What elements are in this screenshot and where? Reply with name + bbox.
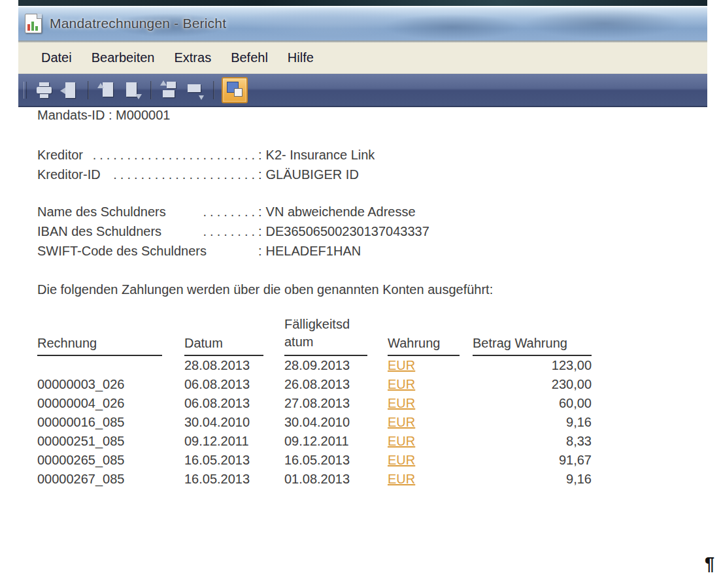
cell-faelligkeitsdatum: 27.08.2013	[284, 394, 388, 413]
menu-bearbeiten[interactable]: Bearbeiten	[82, 46, 165, 69]
close-report-icon[interactable]	[58, 79, 80, 101]
cell-datum: 30.04.2010	[184, 413, 284, 432]
toolbar-separator	[88, 81, 89, 99]
debtor-name-value: VN abweichende Adresse	[266, 202, 416, 221]
header-datum: Datum	[184, 336, 284, 356]
header-waehrung: Wahrung	[388, 336, 473, 356]
cell-faelligkeitsdatum: 01.08.2013	[284, 470, 388, 489]
cell-faelligkeitsdatum: 16.05.2013	[284, 451, 388, 470]
cell-betrag: 230,00	[473, 375, 592, 394]
debtor-swift-label: SWIFT-Code des Schuldners	[37, 241, 207, 261]
cell-betrag: 9,16	[473, 413, 592, 432]
cell-rechnung: 00000267_085	[37, 470, 184, 489]
cell-waehrung: EUR	[388, 432, 473, 451]
cell-faelligkeitsdatum: 30.04.2010	[284, 413, 388, 432]
eur-link[interactable]: EUR	[388, 434, 415, 448]
report-app-icon[interactable]	[25, 14, 42, 33]
colon: :	[258, 221, 262, 241]
colon: :	[258, 145, 262, 165]
toolbar-grip[interactable]	[24, 82, 27, 99]
application-window: Mandatrechnungen - Bericht Datei Bearbei…	[18, 6, 707, 107]
leader-dots: ........	[203, 202, 258, 221]
creditor-value: K2- Insurance Link	[266, 145, 375, 165]
cell-rechnung: 00000004_026	[37, 394, 184, 413]
menu-hilfe[interactable]: Hilfe	[278, 46, 324, 69]
payments-intro-text: Die folgenden Zahlungen werden über die …	[37, 282, 721, 297]
printer-icon[interactable]	[33, 79, 56, 101]
leader-dots: ........................	[93, 145, 258, 165]
background-strip	[18, 0, 707, 6]
debtor-swift-line: SWIFT-Code des Schuldners : HELADEF1HAN	[37, 241, 721, 261]
eur-link[interactable]: EUR	[388, 396, 415, 410]
toolbar	[18, 74, 707, 107]
cell-waehrung: EUR	[388, 451, 473, 470]
cell-faelligkeitsdatum: 26.08.2013	[284, 375, 388, 394]
header-betrag-waehrung: Betrag Wahrung	[473, 336, 592, 356]
creditor-line: Kreditor........................ : K2- I…	[37, 145, 721, 165]
header-faelligkeitsdatum: Fälligkeitsdatum	[284, 316, 388, 356]
colon: :	[258, 241, 262, 261]
debtor-swift-value: HELADEF1HAN	[266, 241, 361, 261]
debtor-name-label: Name des Schuldners	[37, 202, 166, 221]
cell-datum: 09.12.2011	[184, 432, 284, 451]
cell-datum: 28.08.2013	[184, 356, 284, 375]
cell-waehrung: EUR	[388, 356, 473, 375]
creditor-block: Kreditor........................ : K2- I…	[37, 145, 721, 184]
cell-betrag: 91,67	[473, 451, 592, 470]
cell-datum: 16.05.2013	[184, 470, 284, 489]
debtor-iban-value: DE36506500230137043337	[266, 221, 429, 241]
chart-bar-green2	[35, 26, 38, 31]
eur-link[interactable]: EUR	[388, 358, 415, 372]
header-rechnung: Rechnung	[37, 336, 184, 356]
cell-rechnung: 00000003_026	[37, 375, 184, 394]
cell-betrag: 60,00	[473, 394, 592, 413]
mandate-id-line: Mandats-ID : M000001	[37, 108, 721, 123]
cell-rechnung: 00000265_085	[37, 451, 184, 470]
eur-link[interactable]: EUR	[388, 472, 415, 486]
toggle-view-icon[interactable]	[222, 77, 248, 103]
cell-faelligkeitsdatum: 09.12.2011	[284, 432, 388, 451]
table-row: 00000016_085 30.04.2010 30.04.2010 EUR 9…	[37, 413, 721, 432]
table-row: 00000265_085 16.05.2013 16.05.2013 EUR 9…	[37, 451, 721, 470]
cell-datum: 06.08.2013	[184, 375, 284, 394]
page-fold	[37, 14, 42, 19]
debtor-name-line: Name des Schuldners........ : VN abweich…	[37, 202, 721, 221]
cell-waehrung: EUR	[388, 413, 473, 432]
prev-page-icon[interactable]	[96, 79, 118, 101]
toolbar-separator	[150, 81, 152, 99]
menu-bar: Datei Bearbeiten Extras Befehl Hilfe	[18, 42, 707, 74]
send-icon[interactable]	[184, 79, 206, 101]
table-row: 00000003_026 06.08.2013 26.08.2013 EUR 2…	[37, 375, 721, 394]
colon: :	[258, 202, 262, 221]
creditor-id-value: GLÄUBIGER ID	[266, 165, 359, 184]
creditor-id-label: Kreditor-ID	[37, 165, 101, 184]
debtor-iban-line: IBAN des Schuldners........ : DE36506500…	[37, 221, 721, 241]
eur-link[interactable]: EUR	[388, 453, 415, 467]
title-bar[interactable]: Mandatrechnungen - Bericht	[18, 6, 707, 41]
table-header-row: Rechnung Datum Fälligkeitsdatum Wahrung …	[37, 316, 721, 356]
table-row: 00000251_085 09.12.2011 09.12.2011 EUR 8…	[37, 432, 721, 451]
cell-datum: 06.08.2013	[184, 394, 284, 413]
export-icon[interactable]	[159, 79, 181, 101]
cell-faelligkeitsdatum: 28.09.2013	[284, 356, 388, 375]
table-row: 00000267_085 16.05.2013 01.08.2013 EUR 9…	[37, 470, 721, 489]
creditor-label: Kreditor	[37, 145, 83, 165]
menu-datei[interactable]: Datei	[31, 46, 82, 69]
cell-rechnung: 00000016_085	[37, 413, 184, 432]
creditor-id-line: Kreditor-ID..................... : GLÄUB…	[37, 165, 721, 184]
cell-waehrung: EUR	[388, 394, 473, 413]
eur-link[interactable]: EUR	[388, 415, 415, 429]
eur-link[interactable]: EUR	[388, 377, 415, 391]
cell-betrag: 9,16	[473, 470, 592, 489]
next-page-icon[interactable]	[121, 79, 143, 101]
toolbar-separator	[213, 81, 214, 99]
leader-dots: ........	[203, 221, 258, 241]
pilcrow-mark: ¶	[705, 554, 714, 574]
leader-dots: .....................	[113, 165, 258, 184]
chart-bar-red	[27, 24, 30, 31]
menu-extras[interactable]: Extras	[164, 46, 221, 69]
menu-befehl[interactable]: Befehl	[221, 46, 278, 69]
colon: :	[258, 165, 262, 184]
payments-table: Rechnung Datum Fälligkeitsdatum Wahrung …	[37, 316, 721, 489]
debtor-block: Name des Schuldners........ : VN abweich…	[37, 202, 721, 261]
